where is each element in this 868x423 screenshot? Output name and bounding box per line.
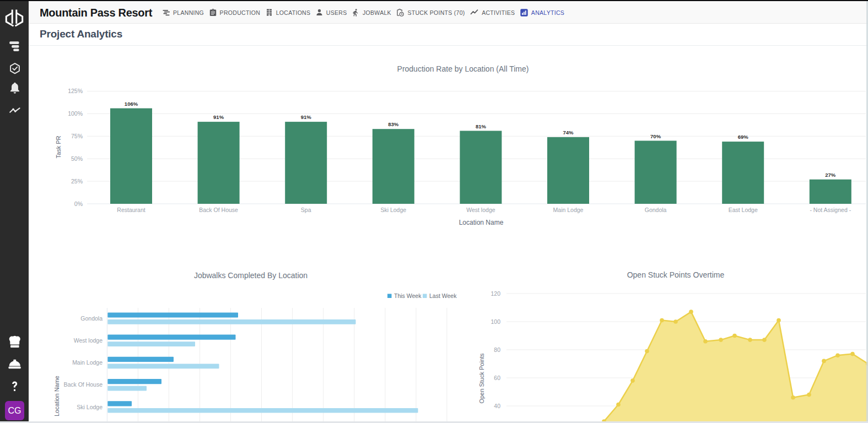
svg-text:West lodge: West lodge bbox=[74, 337, 103, 344]
svg-text:Main Lodge: Main Lodge bbox=[553, 207, 584, 213]
svg-text:100%: 100% bbox=[68, 110, 83, 117]
svg-text:Location Name: Location Name bbox=[459, 219, 504, 226]
svg-text:91%: 91% bbox=[301, 114, 312, 120]
svg-text:70%: 70% bbox=[650, 133, 661, 139]
svg-text:Task PR: Task PR bbox=[55, 135, 62, 158]
svg-text:West lodge: West lodge bbox=[466, 207, 495, 213]
svg-text:Jobwalks Completed By Location: Jobwalks Completed By Location bbox=[194, 271, 308, 280]
svg-text:Back Of House: Back Of House bbox=[63, 381, 103, 388]
svg-text:Location Name: Location Name bbox=[53, 376, 60, 416]
svg-text:106%: 106% bbox=[125, 101, 138, 107]
svg-text:27%: 27% bbox=[825, 172, 836, 178]
svg-text:50%: 50% bbox=[71, 155, 83, 162]
svg-text:Back Of House: Back Of House bbox=[199, 207, 238, 213]
svg-text:Spa: Spa bbox=[301, 207, 311, 213]
svg-text:Ski Lodge: Ski Lodge bbox=[380, 207, 406, 213]
svg-text:East Lodge: East Lodge bbox=[729, 207, 758, 213]
svg-text:25%: 25% bbox=[71, 178, 83, 185]
svg-text:Last Week: Last Week bbox=[429, 292, 457, 299]
svg-text:81%: 81% bbox=[476, 123, 487, 129]
svg-text:Gondola: Gondola bbox=[80, 315, 103, 322]
svg-text:125%: 125% bbox=[68, 88, 83, 94]
svg-text:83%: 83% bbox=[388, 121, 399, 127]
svg-text:Restaurant: Restaurant bbox=[117, 207, 145, 213]
svg-text:100: 100 bbox=[490, 318, 500, 325]
svg-text:This Week: This Week bbox=[394, 292, 422, 299]
svg-text:120: 120 bbox=[490, 290, 500, 297]
svg-text:74%: 74% bbox=[563, 129, 574, 135]
svg-text:Main Lodge: Main Lodge bbox=[72, 359, 103, 366]
svg-text:- Not Assigned -: - Not Assigned - bbox=[810, 207, 851, 213]
svg-text:Open Stuck Points: Open Stuck Points bbox=[478, 353, 485, 404]
svg-text:Open Stuck Points Overtime: Open Stuck Points Overtime bbox=[627, 270, 725, 279]
svg-text:Gondola: Gondola bbox=[645, 207, 667, 213]
svg-text:91%: 91% bbox=[213, 114, 224, 120]
svg-text:69%: 69% bbox=[738, 134, 749, 140]
svg-text:40: 40 bbox=[494, 403, 500, 409]
svg-text:0%: 0% bbox=[74, 200, 83, 207]
svg-text:Ski Lodge: Ski Lodge bbox=[77, 404, 103, 410]
svg-text:Production Rate by Location (A: Production Rate by Location (All Time) bbox=[397, 64, 529, 73]
svg-text:60: 60 bbox=[494, 375, 500, 381]
svg-text:80: 80 bbox=[494, 346, 500, 353]
svg-text:75%: 75% bbox=[71, 133, 83, 139]
